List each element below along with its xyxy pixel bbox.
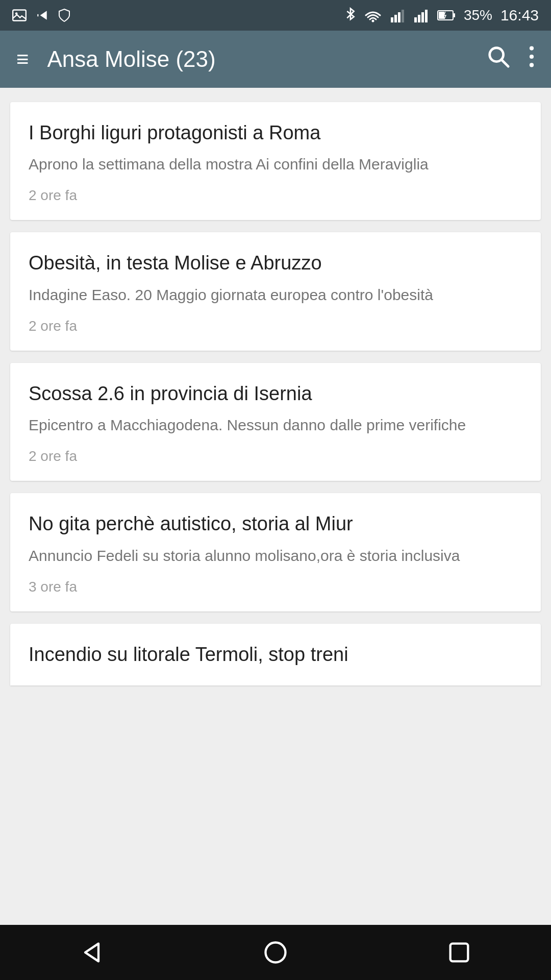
svg-rect-6 <box>394 15 397 22</box>
more-options-icon[interactable] <box>529 45 535 74</box>
bottom-nav <box>0 925 551 980</box>
news-summary-2: Indagine Easo. 20 Maggio giornata europe… <box>29 284 522 306</box>
news-title-5: Incendio su litorale Termoli, stop treni <box>29 642 522 667</box>
svg-point-19 <box>530 55 534 59</box>
bluetooth-icon <box>345 7 356 23</box>
svg-rect-9 <box>414 17 417 22</box>
back-button[interactable] <box>71 932 112 973</box>
news-card-2[interactable]: Obesità, in testa Molise e Abruzzo Indag… <box>10 232 541 350</box>
news-card-3[interactable]: Scossa 2.6 in provincia di Isernia Epice… <box>10 363 541 481</box>
shield-icon <box>58 8 70 22</box>
status-icons-left <box>12 8 70 22</box>
news-list: I Borghi liguri protagonisti a Roma Apro… <box>0 88 551 925</box>
news-time-1: 2 ore fa <box>29 187 522 204</box>
svg-rect-0 <box>13 10 26 21</box>
battery-icon <box>437 9 456 22</box>
app-title: Ansa Molise (23) <box>47 46 487 72</box>
status-icons-right: 35% 16:43 <box>345 7 539 24</box>
svg-marker-2 <box>40 11 47 19</box>
svg-rect-5 <box>391 17 393 22</box>
news-time-3: 2 ore fa <box>29 448 522 464</box>
signal-icon-2 <box>414 8 429 22</box>
recent-apps-button[interactable] <box>439 932 480 973</box>
app-bar: ≡ Ansa Molise (23) <box>0 31 551 88</box>
svg-rect-10 <box>418 15 420 22</box>
svg-line-17 <box>502 60 508 66</box>
svg-rect-12 <box>425 10 428 22</box>
image-icon <box>12 9 27 21</box>
news-title-2: Obesità, in testa Molise e Abruzzo <box>29 251 522 276</box>
news-card-1[interactable]: I Borghi liguri protagonisti a Roma Apro… <box>10 102 541 220</box>
news-time-4: 3 ore fa <box>29 579 522 595</box>
news-summary-3: Epicentro a Macchiagodena. Nessun danno … <box>29 414 522 436</box>
menu-icon[interactable]: ≡ <box>16 48 29 70</box>
battery-percentage: 35% <box>464 7 492 23</box>
svg-marker-21 <box>85 944 98 962</box>
news-title-3: Scossa 2.6 in provincia di Isernia <box>29 381 522 406</box>
search-icon[interactable] <box>487 45 510 74</box>
status-time: 16:43 <box>500 7 539 24</box>
svg-rect-3 <box>37 14 38 16</box>
svg-rect-15 <box>454 13 455 17</box>
svg-point-18 <box>530 46 534 50</box>
app-bar-actions <box>487 45 535 74</box>
svg-point-20 <box>530 63 534 67</box>
news-time-2: 2 ore fa <box>29 318 522 334</box>
back-arrow-icon <box>36 9 49 22</box>
news-card-4[interactable]: No gita perchè autistico, storia al Miur… <box>10 493 541 611</box>
svg-point-22 <box>266 943 286 963</box>
news-summary-4: Annuncio Fedeli su storia alunno molisan… <box>29 545 522 567</box>
svg-point-4 <box>371 20 374 22</box>
svg-rect-8 <box>402 10 404 22</box>
wifi-icon <box>364 8 382 22</box>
news-title-4: No gita perchè autistico, storia al Miur <box>29 511 522 536</box>
news-card-5[interactable]: Incendio su litorale Termoli, stop treni <box>10 624 541 685</box>
home-button[interactable] <box>255 932 296 973</box>
news-title-1: I Borghi liguri protagonisti a Roma <box>29 120 522 145</box>
svg-rect-23 <box>450 944 468 962</box>
status-bar: 35% 16:43 <box>0 0 551 31</box>
svg-rect-7 <box>398 12 400 22</box>
news-summary-1: Aprono la settimana della mostra Ai conf… <box>29 154 522 175</box>
signal-icon-1 <box>390 8 406 22</box>
svg-rect-11 <box>421 12 424 22</box>
